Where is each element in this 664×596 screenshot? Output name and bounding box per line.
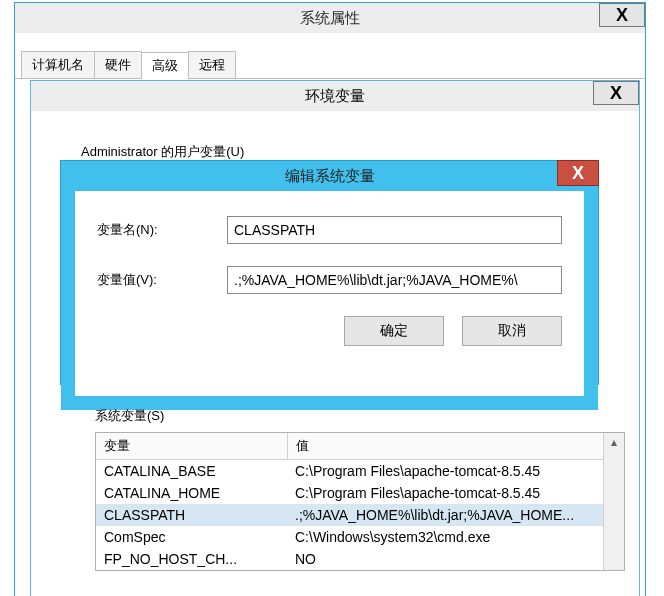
table-rows: CATALINA_BASEC:\Program Files\apache-tom… [96,460,624,570]
tab-computer-name[interactable]: 计算机名 [21,51,95,78]
env-title: 环境变量 [305,87,365,106]
close-icon: X [616,6,628,24]
var-value-label: 变量值(V): [97,271,227,289]
var-value-input[interactable] [227,266,562,294]
cell-variable: CATALINA_HOME [96,482,287,504]
edit-title: 编辑系统变量 [285,167,375,186]
cell-variable: ComSpec [96,526,287,548]
var-name-row: 变量名(N): [97,216,562,244]
env-close-button[interactable]: X [593,81,639,105]
close-icon: X [572,164,584,182]
col-header-value[interactable]: 值 [288,433,624,459]
cell-value: C:\Windows\system32\cmd.exe [287,526,624,548]
sys-prop-close-button[interactable]: X [599,3,645,27]
cell-value: NO [287,548,624,570]
cell-variable: CLASSPATH [96,504,287,526]
tab-advanced[interactable]: 高级 [141,52,189,79]
ok-button[interactable]: 确定 [344,316,444,346]
edit-system-variable-dialog: 编辑系统变量 X 变量名(N): 变量值(V): 确定 取消 [60,160,599,385]
table-row[interactable]: ComSpecC:\Windows\system32\cmd.exe [96,526,624,548]
sys-prop-tabs: 计算机名 硬件 高级 远程 [15,51,645,79]
env-titlebar: 环境变量 X [31,81,639,111]
tab-hardware[interactable]: 硬件 [94,51,142,78]
table-header: 变量 值 [96,433,624,460]
cell-value: C:\Program Files\apache-tomcat-8.5.45 [287,482,624,504]
cancel-button[interactable]: 取消 [462,316,562,346]
table-row[interactable]: CATALINA_BASEC:\Program Files\apache-tom… [96,460,624,482]
close-icon: X [610,84,622,102]
table-row[interactable]: FP_NO_HOST_CH...NO [96,548,624,570]
var-name-label: 变量名(N): [97,221,227,239]
var-name-input[interactable] [227,216,562,244]
cell-value: .;%JAVA_HOME%\lib\dt.jar;%JAVA_HOME... [287,504,624,526]
system-variables-label: 系统变量(S) [95,407,164,425]
scrollbar[interactable]: ▴ [603,433,624,570]
edit-buttons: 确定 取消 [97,316,562,346]
var-value-row: 变量值(V): [97,266,562,294]
edit-titlebar: 编辑系统变量 X [61,161,598,191]
sys-prop-title: 系统属性 [300,9,360,28]
cell-variable: FP_NO_HOST_CH... [96,548,287,570]
edit-close-button[interactable]: X [557,160,599,186]
col-header-variable[interactable]: 变量 [96,433,288,459]
table-row[interactable]: CATALINA_HOMEC:\Program Files\apache-tom… [96,482,624,504]
cell-variable: CATALINA_BASE [96,460,287,482]
cell-value: C:\Program Files\apache-tomcat-8.5.45 [287,460,624,482]
scroll-up-icon[interactable]: ▴ [611,435,617,449]
tab-remote[interactable]: 远程 [188,51,236,78]
edit-body: 变量名(N): 变量值(V): 确定 取消 [61,191,598,410]
system-variables-table: 变量 值 CATALINA_BASEC:\Program Files\apach… [95,432,625,571]
sys-prop-titlebar: 系统属性 X [15,3,645,33]
table-row[interactable]: CLASSPATH.;%JAVA_HOME%\lib\dt.jar;%JAVA_… [96,504,624,526]
user-variables-label: Administrator 的用户变量(U) [81,143,244,161]
